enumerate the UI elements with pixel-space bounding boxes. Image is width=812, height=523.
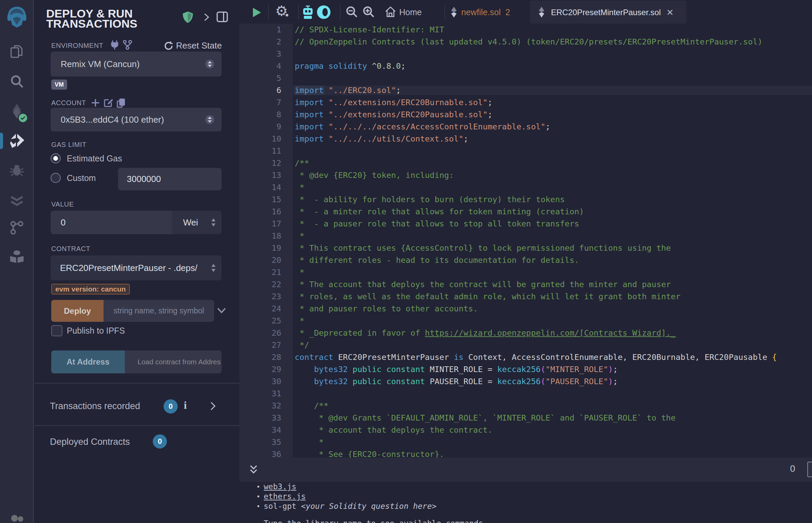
account-select[interactable]: 0x5B3...eddC4 (100 ether) <box>51 108 222 131</box>
terminal-listen-count: 0 <box>790 464 795 474</box>
at-address-input[interactable]: Load contract from Addres <box>125 350 222 373</box>
gas-limit-label: GAS LIMIT <box>51 141 86 149</box>
expand-transactions-icon[interactable] <box>209 401 216 413</box>
code-line: * @dev Grants `DEFAULT_ADMIN_ROLE`, `MIN… <box>295 412 777 424</box>
value-unit: Wei <box>183 217 198 228</box>
estimated-gas-label[interactable]: Estimated Gas <box>67 153 122 163</box>
line-numbers: 1234567891011121314151617181920212223242… <box>240 23 281 460</box>
code-line: * different roles - head to its document… <box>295 254 777 266</box>
file-explorer-icon[interactable] <box>0 44 34 61</box>
unit-testing-icon[interactable] <box>0 193 34 210</box>
close-tab-icon[interactable]: ✕ <box>666 7 674 18</box>
git-icon[interactable] <box>0 220 34 237</box>
code-line: import "../../../access/AccessControlEnu… <box>295 121 777 133</box>
code-line: * roles, as well as the default admin ro… <box>295 290 777 303</box>
custom-gas-input[interactable]: 3000000 <box>118 168 222 191</box>
terminal-bar[interactable]: 0 <box>240 458 812 482</box>
expand-panel-icon[interactable] <box>202 13 210 23</box>
tab-home[interactable]: Home <box>399 7 422 17</box>
info-icon[interactable]: i <box>184 399 187 412</box>
terminal-line: •web3.js <box>240 482 812 492</box>
add-account-icon[interactable] <box>91 98 100 109</box>
script-settings-gear-icon[interactable]: ⚙ <box>275 3 288 19</box>
deploy-and-run-icon[interactable] <box>0 133 34 150</box>
code-line: import "../ERC20.sol"; <box>295 84 777 96</box>
compile-success-badge <box>18 112 28 125</box>
toolbar-separator <box>268 5 269 20</box>
ai-toggle-icon[interactable] <box>316 5 331 21</box>
reset-state-button[interactable]: Reset State <box>176 40 222 51</box>
environment-select[interactable]: Remix VM (Cancun) <box>51 52 222 76</box>
settings-icon[interactable] <box>0 513 34 523</box>
deployed-count-badge: 0 <box>153 434 167 449</box>
code-line: /** <box>295 400 777 412</box>
home-icon[interactable] <box>384 6 396 19</box>
remix-logo-icon[interactable] <box>0 5 34 30</box>
terminal-line <box>240 511 812 519</box>
tab-newfile-label: newfile.sol <box>461 7 501 17</box>
run-script-icon[interactable] <box>251 7 262 20</box>
custom-gas-radio[interactable] <box>51 173 61 183</box>
zoom-out-icon[interactable] <box>345 6 358 20</box>
tab-error-count: 2 <box>506 7 510 17</box>
evm-version-badge: evm version: cancun <box>51 284 130 294</box>
value-input[interactable]: 0 <box>51 211 172 234</box>
reset-state-icon[interactable] <box>164 41 173 52</box>
transactions-count-badge: 0 <box>163 399 178 414</box>
deploy-expand-icon[interactable] <box>217 307 226 315</box>
terminal-line: •sol-gpt <your Solidity question here> <box>240 501 812 511</box>
code-content[interactable]: // SPDX-License-Identifier: MIT// OpenZe… <box>295 23 777 460</box>
plug-icon[interactable] <box>110 40 119 51</box>
publish-ipfs-label[interactable]: Publish to IPFS <box>67 326 125 336</box>
plugin-manager-icon[interactable] <box>0 249 34 266</box>
contract-select[interactable]: ERC20PresetMinterPauser - .deps/ <box>51 255 222 281</box>
terminal-link[interactable]: web3.js <box>264 482 296 491</box>
code-line <box>295 48 777 60</box>
expand-terminal-icon[interactable] <box>248 463 259 478</box>
code-line: * The account that deploys the contract … <box>295 278 777 290</box>
code-line: pragma solidity ^0.8.0; <box>295 60 777 72</box>
estimated-gas-radio[interactable] <box>51 153 61 163</box>
deployed-contracts-label: Deployed Contracts <box>50 437 130 447</box>
terminal-line: •ethers.js <box>240 492 812 501</box>
custom-gas-label[interactable]: Custom <box>67 173 96 183</box>
shield-icon <box>182 11 194 24</box>
code-line: * - a pauser role that allows to stop al… <box>295 218 777 230</box>
debugger-icon[interactable] <box>0 162 34 179</box>
code-line <box>295 72 777 84</box>
terminal-link[interactable]: ethers.js <box>264 492 306 501</box>
section-divider <box>35 383 240 383</box>
code-line: import "../extensions/ERC20Burnable.sol"… <box>295 96 777 109</box>
tab-active[interactable]: ERC20PresetMinterPauser.sol ✕ <box>530 1 686 23</box>
code-line: * <box>295 266 777 278</box>
zoom-in-icon[interactable] <box>362 6 375 20</box>
code-line: bytes32 public constant MINTER_ROLE = ke… <box>295 363 777 375</box>
contract-label: CONTRACT <box>51 245 90 253</box>
terminal-line: Type the library name to see available c… <box>240 519 812 523</box>
page-title: DEPLOY & RUN TRANSACTIONS <box>46 8 191 29</box>
code-line: * - ability for holders to burn (destroy… <box>295 194 777 205</box>
deploy-button[interactable]: Deploy <box>51 300 104 322</box>
publish-ipfs-checkbox[interactable] <box>51 325 63 336</box>
account-label: ACCOUNT <box>51 99 86 107</box>
tab-active-label: ERC20PresetMinterPauser.sol <box>551 8 660 17</box>
tab-newfile[interactable]: newfile.sol 2 <box>461 7 510 17</box>
select-spinner-icon <box>205 115 214 124</box>
terminal-output[interactable]: •web3.js•ethers.js•sol-gpt <your Solidit… <box>240 482 812 523</box>
code-line: // SPDX-License-Identifier: MIT <box>295 23 777 36</box>
at-address-button[interactable]: At Address <box>51 350 125 373</box>
deploy-args-input[interactable]: string name, string symbol <box>104 300 214 322</box>
code-line: * <box>295 181 777 194</box>
toolbar-separator <box>340 5 340 20</box>
code-line: import "../../../utils/Context.sol"; <box>295 133 777 145</box>
value-unit-select[interactable]: Wei <box>172 211 222 234</box>
search-icon[interactable] <box>0 74 34 91</box>
fork-environment-icon[interactable] <box>123 40 132 51</box>
edit-account-icon[interactable] <box>104 98 113 109</box>
vm-badge: VM <box>51 79 67 90</box>
code-line: // OpenZeppelin Contracts (last updated … <box>295 36 777 48</box>
solidity-compiler-icon[interactable] <box>0 103 34 121</box>
terminal-search-box[interactable] <box>807 462 812 477</box>
split-view-icon[interactable] <box>216 12 228 23</box>
ai-assistant-robot-icon[interactable] <box>301 5 315 21</box>
